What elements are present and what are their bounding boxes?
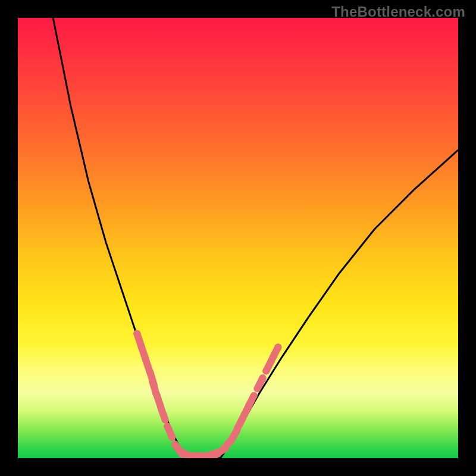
data-marker-cap [250,392,258,399]
data-marker-cap [227,438,234,445]
data-marker-cap [254,385,261,392]
data-marker-cap [142,356,149,364]
data-marker-cap [138,343,145,350]
bottleneck-curve [53,18,458,458]
data-marker-cap [171,441,178,448]
watermark-text: TheBottleneck.com [331,4,465,20]
data-marker-cap [133,330,140,337]
curve-layer [18,18,458,458]
data-marker-cap [259,374,267,381]
data-marker-cap [220,446,227,453]
chart-frame: TheBottleneck.com [0,0,476,476]
data-marker-cap [240,412,248,419]
data-marker-cap [176,447,183,455]
data-marker-cap [262,368,270,375]
data-marker-cap [212,451,219,458]
data-marker-cap [149,378,156,386]
data-marker-cap [154,392,161,399]
plot-area [18,18,458,458]
data-marker-cap [274,344,281,351]
data-marker-cap [158,405,165,412]
data-marker-cap [245,403,252,410]
data-marker-cap [269,354,276,361]
data-marker-cap [164,422,171,430]
data-marker-cap [234,425,241,432]
data-marker-cap [162,416,169,423]
data-marker-cap [147,369,154,377]
data-marker-cap [168,434,176,441]
